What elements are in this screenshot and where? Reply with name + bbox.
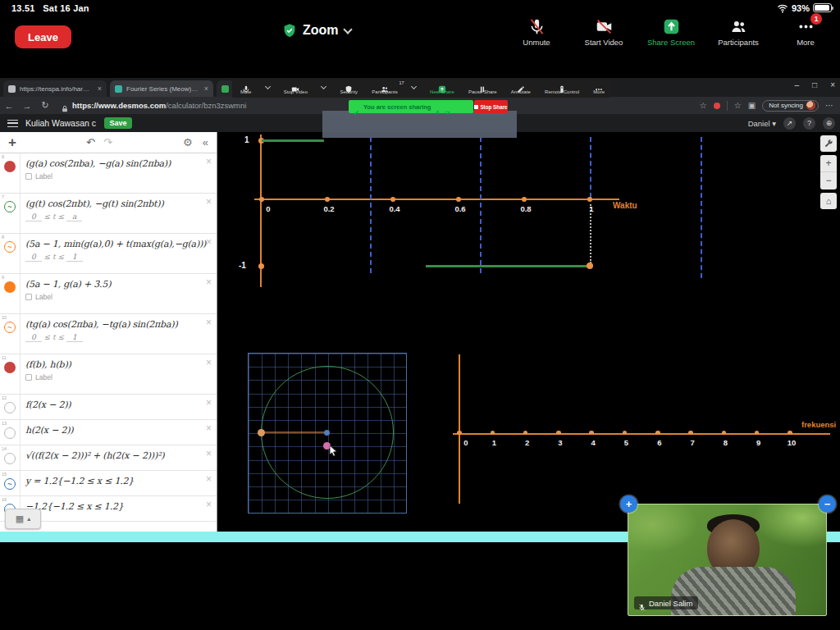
share-screen-button[interactable]: Share Screen — [643, 18, 699, 47]
expression-row[interactable]: 13h(2(x − 2))× — [0, 420, 217, 445]
mute-button[interactable]: Mute — [240, 82, 251, 95]
unmute-button[interactable]: Unmute — [509, 18, 564, 47]
security-button[interactable]: Security — [340, 82, 358, 95]
account-menu[interactable]: Daniel ▾ — [748, 119, 776, 128]
expression-content[interactable]: h(2(x − 2)) — [21, 420, 217, 445]
tab-close-icon[interactable]: × — [98, 84, 102, 93]
hidden-plot-icon[interactable] — [4, 453, 16, 464]
expression-icon-cell[interactable]: 11 — [0, 354, 21, 394]
more-button[interactable]: More — [593, 82, 605, 95]
expression-content[interactable]: (g(a) cos(2πba), −g(a) sin(2πba))Label — [21, 153, 217, 193]
more-button[interactable]: More1 — [778, 18, 833, 47]
constraint-lower[interactable]: 0 — [25, 333, 42, 342]
expression-icon-cell[interactable]: 15~ — [0, 471, 21, 495]
domain-constraint[interactable]: 0 ≤ t ≤ 1 — [25, 253, 213, 261]
expression-icon-cell[interactable]: 10~ — [0, 314, 21, 354]
annotate-button[interactable]: Annotate — [511, 82, 531, 95]
leave-button[interactable]: Leave — [15, 25, 71, 48]
expression-row[interactable]: 6(g(a) cos(2πba), −g(a) sin(2πba))Label× — [0, 153, 217, 194]
bookmark-star-icon[interactable]: ☆ — [700, 101, 707, 110]
delete-expression-icon[interactable]: × — [206, 357, 212, 368]
new-share-button[interactable]: New Share — [430, 82, 454, 95]
participants-button[interactable]: Participants — [710, 18, 766, 47]
expression-content[interactable]: (5a − 1, min(g(a),0) + t(max(g(a),−g(a))… — [21, 234, 217, 273]
point-0-neg1[interactable] — [258, 263, 264, 269]
url-text[interactable]: https://www.desmos.com/calculator/bzn3zs… — [72, 101, 246, 110]
delete-expression-icon[interactable]: × — [206, 422, 212, 434]
constraint-lower[interactable]: 0 — [25, 253, 42, 262]
tab-close-icon[interactable]: × — [204, 84, 208, 93]
close-button[interactable]: × — [830, 80, 835, 89]
graph-canvas[interactable]: 1 -1 Waktu 00.20.40.60.81 frekuensi 0123… — [217, 132, 840, 532]
point-1-neg1[interactable] — [587, 262, 593, 269]
save-button[interactable]: Save — [104, 117, 132, 129]
expression-content[interactable]: f(2(x − 2)) — [21, 395, 217, 419]
graph-settings-gear-icon[interactable]: ⚙ — [183, 136, 193, 148]
stop-video-button[interactable]: Stop Video — [284, 82, 308, 95]
point-plot-icon[interactable] — [4, 281, 16, 293]
graph-title[interactable]: Kuliah Wawasan c — [25, 118, 96, 128]
circle-left-point[interactable] — [258, 429, 265, 436]
default-view-home-button[interactable]: ⌂ — [820, 193, 837, 209]
help-icon[interactable]: ? — [803, 117, 815, 130]
delete-expression-icon[interactable]: × — [206, 236, 212, 248]
expression-row[interactable]: 14√((f(2(x − 2)))² + (h(2(x − 2)))²)× — [0, 445, 217, 471]
expression-icon-cell[interactable]: 14 — [0, 445, 21, 470]
expression-row[interactable]: 9(5a − 1, g(a) + 3.5)Label× — [0, 274, 217, 314]
minimize-button[interactable]: – — [795, 80, 800, 89]
chevron-down-icon[interactable] — [265, 84, 271, 89]
hidden-plot-icon[interactable] — [4, 427, 16, 439]
expression-icon-cell[interactable]: 12 — [0, 395, 21, 419]
expression-content[interactable]: (tg(a) cos(2πba), −tg(a) sin(2πba))0 ≤ t… — [21, 314, 217, 354]
hidden-plot-icon[interactable] — [4, 402, 16, 413]
start-video-button[interactable]: Start Video — [576, 18, 632, 47]
participant-video-tile[interactable]: Daniel Salim — [628, 504, 827, 616]
browser-tab-1[interactable]: https://tenspa.info/harmonics-c× — [3, 80, 107, 97]
label-checkbox[interactable] — [25, 294, 32, 300]
expression-icon-cell[interactable]: 6 — [0, 153, 21, 193]
keyboard-toggle-button[interactable]: ▦ ▴ — [5, 509, 41, 529]
expression-content[interactable]: (5a − 1, g(a) + 3.5)Label — [21, 274, 217, 313]
expression-row[interactable]: 12f(2(x − 2))× — [0, 395, 217, 420]
curve-plot-icon[interactable]: ~ — [4, 241, 16, 253]
delete-expression-icon[interactable]: × — [206, 499, 212, 510]
undo-button[interactable]: ↶ — [86, 136, 95, 148]
sync-status-button[interactable]: Not syncing — [762, 100, 819, 112]
extension-star-icon[interactable]: ☆ — [734, 101, 742, 110]
delete-expression-icon[interactable]: × — [206, 276, 212, 288]
domain-constraint[interactable]: 0 ≤ t ≤ 1 — [25, 333, 213, 341]
delete-expression-icon[interactable]: × — [206, 156, 212, 167]
delete-expression-icon[interactable]: × — [206, 196, 212, 208]
language-globe-icon[interactable]: ⊕ — [823, 117, 835, 130]
label-checkbox[interactable] — [25, 374, 32, 381]
expression-content[interactable]: √((f(2(x − 2)))² + (h(2(x − 2)))²) — [21, 445, 217, 470]
browser-menu-icon[interactable]: ⋯ — [825, 101, 833, 110]
expression-icon-cell[interactable]: 8~ — [0, 234, 21, 273]
reload-button[interactable]: ↻ — [36, 100, 54, 111]
forward-button[interactable]: → — [18, 101, 36, 111]
point-plot-icon[interactable] — [4, 362, 16, 373]
pause-share-button[interactable]: Pause Share — [468, 82, 497, 95]
curve-plot-icon[interactable]: ~ — [4, 201, 16, 212]
expression-row[interactable]: 8~(5a − 1, min(g(a),0) + t(max(g(a),−g(a… — [0, 234, 217, 274]
participants-button[interactable]: Participants17 — [372, 82, 397, 95]
delete-expression-icon[interactable]: × — [206, 448, 212, 459]
expression-content[interactable]: −1.2{−1.2 ≤ x ≤ 1.2} — [21, 496, 217, 521]
add-expression-button[interactable]: + — [8, 135, 16, 151]
constraint-upper[interactable]: 1 — [66, 333, 83, 342]
expression-content[interactable]: (f(b), h(b))Label — [21, 354, 217, 394]
browser-tab-2[interactable]: Fourier Series (Meow) and Maki× — [110, 80, 213, 97]
circle-center-point[interactable] — [324, 430, 330, 436]
delete-expression-icon[interactable]: × — [206, 397, 212, 409]
delete-expression-icon[interactable]: × — [206, 317, 212, 328]
curve-plot-icon[interactable]: ~ — [4, 478, 16, 490]
annotation-zoom-out-button[interactable]: − — [819, 495, 836, 513]
expression-icon-cell[interactable]: 9 — [0, 274, 21, 313]
point-plot-icon[interactable] — [4, 161, 16, 172]
annotation-zoom-in-button[interactable]: + — [620, 495, 637, 513]
menu-hamburger-icon[interactable] — [7, 120, 18, 127]
label-checkbox[interactable] — [25, 173, 32, 180]
maximize-button[interactable]: □ — [812, 80, 817, 89]
constraint-upper[interactable]: 1 — [66, 253, 83, 262]
extensions-icon[interactable]: ▣ — [748, 101, 756, 110]
